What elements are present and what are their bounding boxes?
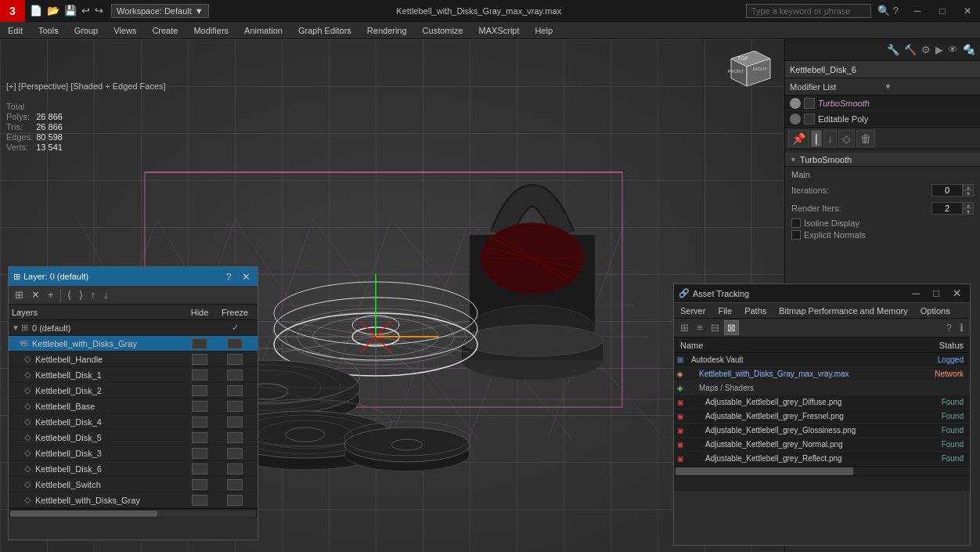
asset-tool-grid[interactable]: ⊞ [677,320,692,335]
render-iters-down[interactable]: ▼ [963,208,974,215]
menu-rendering[interactable]: Rendering [359,22,415,38]
layer-hide[interactable] [184,495,215,506]
iterations-down[interactable]: ▼ [963,190,974,197]
minimize-button[interactable]: ─ [905,0,930,22]
remove-icon[interactable]: 🗑 [856,130,875,147]
layer-panel-title[interactable]: ⊞ Layer: 0 (default) ? ✕ [9,267,258,286]
asset-title-bar[interactable]: 🔗 Asset Tracking ─ □ ✕ [674,284,970,303]
iterations-spinner[interactable]: ▲ ▼ [963,184,974,197]
panel-icon-4[interactable]: ▶ [934,42,945,57]
modifier-list-dropdown[interactable]: ▼ [885,82,976,91]
layer-freeze[interactable] [215,464,254,474]
layer-list[interactable]: ▼ ⊞ 0 (default) ✓ ▼ ⊞ Kettlebell_with_Di… [9,320,258,508]
menu-views[interactable]: Views [106,22,144,38]
layer-item[interactable]: ◇ Kettlebell_Switch [9,477,258,492]
asset-menu-paths[interactable]: Paths [738,305,773,317]
layer-freeze-control[interactable] [227,370,243,381]
layer-hide[interactable] [184,432,215,443]
layer-freeze-control[interactable] [227,479,243,490]
modifier-turbosmooth[interactable]: TurboSmooth [785,96,980,111]
asset-minimize-button[interactable]: ─ [907,287,924,299]
layer-item[interactable]: ◇ Kettlebell_Disk_2 [9,383,258,399]
layer-hide-control[interactable] [192,464,207,474]
layer-hide-control[interactable] [192,417,207,428]
search-input[interactable]: Type a keyword or phrase [746,4,871,18]
layer-freeze-control[interactable] [227,385,243,396]
show-end-icon[interactable]: | [811,130,822,147]
layer-freeze[interactable] [215,401,254,412]
menu-graph-editors[interactable]: Graph Editors [290,22,359,38]
maximize-button[interactable]: □ [930,0,955,22]
layer-hide-control[interactable] [192,448,207,459]
asset-item[interactable]: ▣ Adjustable_Kettlebell_grey_Reflect.png… [674,452,970,466]
layer-scrollbar-track[interactable] [10,511,256,517]
new-icon[interactable]: 📄 [28,4,44,17]
layer-help-button[interactable]: ? [222,271,236,283]
layer-freeze[interactable] [215,479,254,490]
layer-freeze-control[interactable] [227,464,243,474]
layer-item[interactable]: ◇ Kettlebell_Disk_4 [9,414,258,430]
search-icon[interactable]: 🔍 [877,5,890,16]
asset-tool-thumb[interactable]: ⊟ [708,320,722,335]
layer-hide[interactable] [184,370,215,381]
layer-hide[interactable] [184,448,215,459]
menu-help[interactable]: Help [528,22,561,38]
asset-menu-server[interactable]: Server [674,305,712,317]
layer-tool-1[interactable]: ⟨ [64,287,74,302]
layer-expand[interactable]: ▼ [12,339,21,348]
asset-item[interactable]: ⊞ Autodesk Vault Logged [674,353,970,367]
layer-freeze-control[interactable] [227,338,243,349]
asset-maximize-button[interactable]: □ [928,287,945,299]
asset-tool-list[interactable]: ≡ [694,320,706,335]
layer-hide[interactable] [184,354,215,365]
layer-tool-3[interactable]: ↑ [88,287,99,302]
workspace-dropdown-arrow[interactable]: ▼ [195,6,204,16]
open-icon[interactable]: 📂 [45,4,61,17]
layer-freeze-control[interactable] [227,354,243,365]
panel-icon-1[interactable]: 🔧 [885,42,901,57]
layer-hide-control[interactable] [192,354,207,365]
layer-item[interactable]: ▼ ⊞ 0 (default) ✓ [9,320,258,336]
asset-list[interactable]: ⊞ Autodesk Vault Logged ◈ Kettlebell_wit… [674,353,970,466]
isoline-checkbox[interactable] [791,218,801,228]
layer-freeze[interactable] [215,432,254,443]
layer-hide[interactable] [184,338,215,349]
layer-hide-control[interactable] [192,432,207,443]
layer-hide[interactable] [184,417,215,428]
asset-item[interactable]: ◈ Kettlebell_with_Disks_Gray_max_vray.ma… [674,367,970,381]
layer-hide-control[interactable] [192,370,207,381]
layer-freeze[interactable] [215,417,254,428]
show-result-icon[interactable]: ↓ [823,130,837,147]
layer-freeze[interactable] [215,495,254,506]
layer-tool-4[interactable]: ↓ [100,287,112,302]
asset-help-icon[interactable]: ? [943,320,955,335]
save-icon[interactable]: 💾 [63,4,78,17]
layer-tool-2[interactable]: ⟩ [76,287,86,302]
menu-edit[interactable]: Edit [0,22,31,38]
layer-item[interactable]: ◇ Kettlebell_with_Disks_Gray [9,492,258,508]
iterations-up[interactable]: ▲ [963,184,974,190]
undo-icon[interactable]: ↩ [80,4,92,17]
asset-menu-file[interactable]: File [712,305,738,317]
layer-item[interactable]: ◇ Kettlebell_Disk_6 [9,461,258,477]
asset-item[interactable]: ◈ Maps / Shaders [674,381,970,395]
asset-tool-table[interactable]: ⊠ [724,320,739,335]
render-iters-spinner[interactable]: ▲ ▼ [963,202,974,215]
layer-freeze[interactable] [215,448,254,459]
asset-close-button[interactable]: ✕ [948,287,965,299]
layer-scrollbar-thumb[interactable] [10,511,157,517]
asset-item[interactable]: ▣ Adjustable_Kettlebell_grey_Fresnel.png… [674,409,970,424]
panel-icon-2[interactable]: 🔨 [903,42,918,57]
make-unique-icon[interactable]: ◇ [838,130,855,147]
layer-expand[interactable]: ▼ [12,323,21,332]
asset-info-icon[interactable]: ℹ [957,320,967,335]
layer-hide-control[interactable] [192,385,207,396]
layer-scrollbar[interactable] [9,508,258,518]
menu-maxscript[interactable]: MAXScript [471,22,528,38]
layer-freeze-control[interactable] [227,417,243,428]
modifier-editablepoly-check[interactable] [804,114,815,124]
menu-animation[interactable]: Animation [236,22,290,38]
menu-modifiers[interactable]: Modifiers [186,22,236,38]
menu-tools[interactable]: Tools [31,22,67,38]
layer-item[interactable]: ◇ Kettlebell_Base [9,399,258,414]
